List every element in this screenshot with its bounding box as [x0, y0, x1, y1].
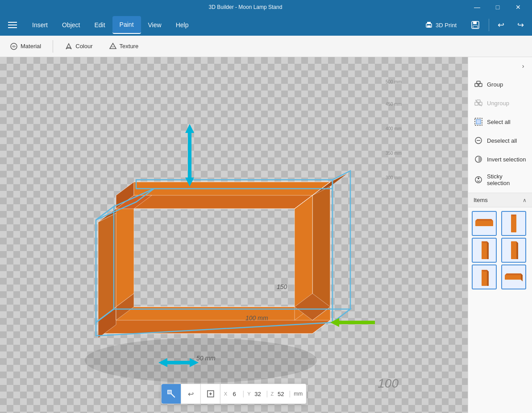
save-button[interactable] [466, 18, 485, 32]
item-4[interactable] [501, 238, 526, 263]
svg-rect-79 [482, 270, 487, 286]
corner-measurement: 100 [378, 376, 399, 391]
minimize-button[interactable]: — [467, 0, 487, 14]
svg-marker-71 [475, 219, 493, 221]
menu-paint[interactable]: Paint [112, 16, 141, 34]
menu-object[interactable]: Object [55, 16, 87, 34]
group-icon [474, 79, 483, 89]
close-button[interactable]: ✕ [508, 0, 528, 14]
y-coord: Y 32 [244, 391, 267, 397]
menu-view[interactable]: View [141, 16, 169, 34]
item-3[interactable] [472, 238, 497, 263]
statusbar: ↩ X 6 Y 32 Z 52 mm [161, 384, 307, 404]
svg-rect-51 [168, 391, 170, 393]
svg-marker-21 [116, 195, 134, 307]
panel-toggle-button[interactable]: › [516, 59, 530, 73]
invert-selection-action[interactable]: Invert selection [468, 150, 532, 169]
menubar: Insert Object Edit Paint View Help 3D Pr… [0, 14, 532, 36]
svg-text:100 mm: 100 mm [245, 314, 268, 322]
svg-rect-64 [476, 120, 481, 124]
svg-text:50 mm: 50 mm [196, 355, 216, 362]
svg-marker-84 [521, 273, 523, 281]
sticky-selection-action[interactable]: Sticky selection [468, 169, 532, 191]
item-1[interactable] [472, 211, 497, 236]
maximize-button[interactable]: □ [487, 0, 508, 14]
z-coord: Z 52 [267, 391, 290, 397]
svg-rect-6 [473, 25, 478, 28]
svg-line-52 [171, 394, 175, 397]
titlebar: 3D Builder - Moon Lamp Stand — □ ✕ [0, 0, 532, 14]
item-6[interactable] [501, 264, 526, 289]
viewport[interactable]: 500 mm 450 mm 400 mm 350 mm 300 mm [0, 57, 468, 413]
select-all-action[interactable]: Select all [468, 112, 532, 131]
svg-marker-35 [185, 124, 194, 133]
3d-object: 150 100 mm 50 mm 0 mm 50 mm [27, 102, 375, 396]
undo-button[interactable]: ↩ [493, 17, 509, 33]
svg-marker-9 [110, 43, 116, 49]
menu-edit[interactable]: Edit [87, 16, 112, 34]
deselect-all-icon [474, 136, 483, 145]
svg-rect-72 [511, 215, 516, 232]
x-coord: X 6 [220, 391, 244, 397]
svg-text:150: 150 [277, 283, 287, 290]
ungroup-icon [474, 98, 483, 108]
print-icon [425, 21, 433, 29]
item-5[interactable] [472, 264, 497, 289]
move-arrow-horizontal[interactable] [330, 318, 375, 327]
menu-right-actions: 3D Print ↩ ↪ [420, 17, 528, 33]
svg-marker-81 [487, 270, 489, 286]
svg-marker-42 [330, 318, 339, 327]
redo-button[interactable]: ↪ [512, 17, 528, 33]
undo-status-button[interactable]: ↩ [181, 384, 201, 404]
select-all-icon [474, 117, 483, 127]
svg-rect-82 [505, 275, 523, 280]
svg-marker-76 [487, 241, 489, 259]
menu-help[interactable]: Help [169, 16, 196, 34]
colour-button[interactable]: Colour [60, 40, 97, 53]
ungroup-action: Ungroup [468, 94, 532, 112]
window-controls: — □ ✕ [467, 0, 528, 14]
svg-point-3 [430, 25, 431, 25]
resize-icon [206, 390, 214, 398]
svg-rect-40 [167, 361, 190, 364]
svg-marker-83 [505, 273, 523, 275]
material-icon [10, 42, 18, 50]
svg-marker-33 [332, 171, 350, 322]
save-icon [471, 21, 480, 29]
titlebar-title: 3D Builder - Moon Lamp Stand [209, 4, 283, 10]
svg-rect-2 [427, 22, 431, 24]
items-grid [468, 207, 532, 293]
invert-selection-icon [474, 154, 483, 164]
items-chevron[interactable]: ∧ [523, 197, 527, 203]
toolbar2-divider1 [53, 40, 53, 53]
move-arrow-vertical[interactable] [185, 124, 194, 186]
material-button[interactable]: Material [5, 40, 46, 53]
texture-icon [109, 42, 117, 50]
svg-point-69 [478, 178, 479, 179]
main-area: 500 mm 450 mm 400 mm 350 mm 300 mm [0, 57, 532, 413]
select-icon [166, 389, 175, 398]
svg-rect-70 [475, 221, 493, 226]
toolbar-divider [489, 19, 489, 31]
svg-rect-5 [473, 21, 477, 24]
menu-insert[interactable]: Insert [25, 16, 55, 34]
select-mode-button[interactable] [162, 384, 181, 404]
texture-button[interactable]: Texture [104, 40, 143, 53]
paint-toolbar: Material Colour Texture [0, 36, 532, 57]
resize-status-button[interactable] [201, 384, 220, 404]
svg-rect-38 [188, 160, 191, 178]
svg-rect-43 [339, 321, 375, 324]
items-section-header: Items ∧ [468, 193, 532, 207]
item-2[interactable] [501, 211, 526, 236]
right-panel: › Group Ungroup [468, 57, 532, 413]
svg-rect-77 [511, 241, 516, 259]
deselect-all-action[interactable]: Deselect all [468, 131, 532, 150]
svg-rect-74 [482, 241, 487, 259]
hamburger-menu[interactable] [4, 16, 21, 34]
svg-rect-36 [188, 133, 191, 160]
group-action[interactable]: Group [468, 75, 532, 94]
svg-rect-1 [427, 25, 431, 28]
print-button[interactable]: 3D Print [420, 18, 462, 32]
sticky-selection-icon [474, 175, 483, 185]
svg-marker-78 [516, 241, 518, 259]
